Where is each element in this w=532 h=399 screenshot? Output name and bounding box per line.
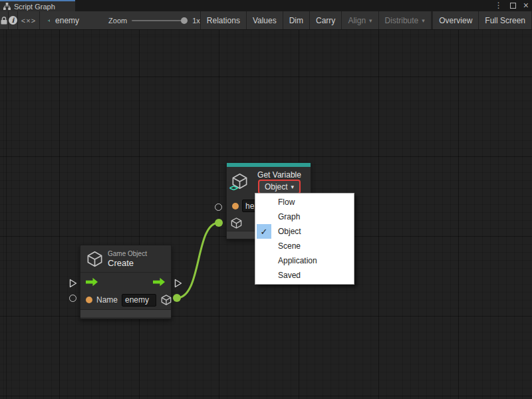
graph-toolbar: i <×> enemy Zoom 1x Relations Values Dim… xyxy=(0,11,532,30)
connected-input-port[interactable] xyxy=(215,219,223,227)
name-input-row: Name xyxy=(80,291,171,309)
fullscreen-button[interactable]: Full Screen xyxy=(479,11,532,29)
relations-button[interactable]: Relations xyxy=(201,11,247,29)
close-icon[interactable]: × xyxy=(523,0,529,11)
node-title: Create xyxy=(108,258,147,268)
graph-network-icon xyxy=(48,17,50,25)
name-port-label: Name xyxy=(96,295,118,305)
zoom-slider-handle[interactable] xyxy=(181,17,188,24)
check-icon: ✓ xyxy=(257,224,271,239)
code-view-button[interactable]: <×> xyxy=(18,11,40,29)
variable-scope-dropdown[interactable]: Object ▾ xyxy=(259,181,299,193)
unity-visual-scripting-window: { "window": { "tab_title": "Script Graph… xyxy=(0,0,532,399)
wire-path[interactable] xyxy=(177,223,219,298)
cube-icon xyxy=(86,250,104,268)
connected-output-port[interactable] xyxy=(173,294,181,302)
tab-script-graph[interactable]: Script Graph xyxy=(0,0,75,11)
graph-context-panel: enemy Zoom 1x xyxy=(40,11,201,29)
tab-title: Script Graph xyxy=(14,3,55,11)
flow-input-port-triangle[interactable] xyxy=(69,279,77,288)
node-category: Game Object xyxy=(108,250,147,258)
lock-icon xyxy=(0,16,8,25)
gameobject-output-port[interactable] xyxy=(160,294,172,306)
graph-name-breadcrumb[interactable]: enemy xyxy=(55,16,79,25)
variable-icon: <> xyxy=(231,172,249,191)
zoom-slider[interactable] xyxy=(132,20,188,21)
cube-icon[interactable] xyxy=(230,217,243,229)
flow-port-row xyxy=(80,273,171,291)
overview-button[interactable]: Overview xyxy=(433,11,479,29)
unconnected-input-port[interactable] xyxy=(215,203,222,211)
chevron-down-icon: ▾ xyxy=(369,17,372,24)
node-game-object-create[interactable]: Game Object Create Name xyxy=(80,245,172,319)
string-port-icon[interactable] xyxy=(86,297,92,303)
node-title: Get Variable xyxy=(257,170,301,180)
name-input[interactable] xyxy=(122,294,156,307)
flow-output-port-triangle[interactable] xyxy=(174,279,182,288)
lock-button[interactable] xyxy=(0,11,9,29)
menu-item-object[interactable]: ✓ Object xyxy=(257,224,352,239)
flow-in-arrow-icon[interactable] xyxy=(86,277,98,287)
menu-item-saved[interactable]: Saved xyxy=(257,268,352,283)
node-footer xyxy=(80,309,171,317)
zoom-label: Zoom xyxy=(108,17,127,25)
variable-scope-menu: Flow Graph ✓ Object Scene Application Sa… xyxy=(255,193,354,285)
values-button[interactable]: Values xyxy=(247,11,283,29)
info-icon: i xyxy=(9,16,17,25)
node-header: <> Get Variable Object ▾ xyxy=(227,167,311,196)
menu-item-flow[interactable]: Flow xyxy=(257,195,352,209)
dim-button[interactable]: Dim xyxy=(283,11,310,29)
node-header: Game Object Create xyxy=(80,245,171,272)
zoom-control: Zoom 1x xyxy=(108,17,200,25)
window-controls: ⋮ × xyxy=(495,0,529,11)
more-menu-icon[interactable]: ⋮ xyxy=(495,0,503,11)
graph-canvas[interactable]: Game Object Create Name xyxy=(0,30,532,399)
flow-out-arrow-icon[interactable] xyxy=(153,277,166,287)
menu-item-application[interactable]: Application xyxy=(257,253,352,268)
unconnected-input-port[interactable] xyxy=(69,295,76,302)
hierarchy-icon xyxy=(3,3,11,10)
maximize-icon[interactable] xyxy=(510,3,516,9)
cube-icon xyxy=(160,294,172,306)
carry-button[interactable]: Carry xyxy=(310,11,342,29)
align-button[interactable]: Align ▾ xyxy=(342,11,378,29)
chevron-down-icon: ▾ xyxy=(291,184,295,190)
code-brackets-icon: <> xyxy=(229,184,237,193)
zoom-value: 1x xyxy=(192,17,200,25)
menu-item-scene[interactable]: Scene xyxy=(257,239,352,253)
string-port-icon[interactable] xyxy=(232,203,239,209)
menu-item-graph[interactable]: Graph xyxy=(257,209,352,224)
title-bar: Script Graph ⋮ × xyxy=(0,0,532,11)
chevron-down-icon: ▾ xyxy=(422,17,425,24)
distribute-button[interactable]: Distribute ▾ xyxy=(379,11,432,29)
info-button[interactable]: i xyxy=(9,11,18,29)
code-icon: <×> xyxy=(21,17,36,25)
